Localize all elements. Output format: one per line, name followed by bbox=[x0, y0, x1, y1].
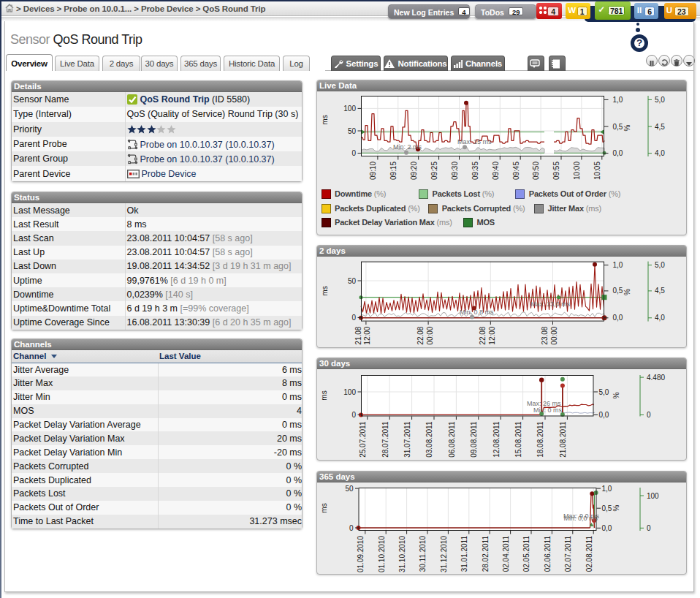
svg-text:0,0: 0,0 bbox=[602, 524, 612, 532]
svg-text:0,5: 0,5 bbox=[602, 504, 612, 512]
svg-text:%: % bbox=[623, 289, 631, 295]
svg-text:ms: ms bbox=[320, 390, 328, 400]
svg-text:21.08.2011: 21.08.2011 bbox=[559, 421, 567, 458]
svg-text:100: 100 bbox=[343, 105, 356, 113]
svg-text:09:50: 09:50 bbox=[532, 162, 540, 180]
svg-text:12:00: 12:00 bbox=[363, 326, 371, 344]
svg-text:ms: ms bbox=[320, 503, 328, 512]
svg-text:10:00: 10:00 bbox=[573, 162, 581, 180]
svg-text:Max: 13,0 ms: Max: 13,0 ms bbox=[530, 300, 571, 308]
svg-text:12.08.2011: 12.08.2011 bbox=[492, 421, 501, 458]
svg-text:09:40: 09:40 bbox=[492, 162, 500, 180]
svg-text:02.05.2011: 02.05.2011 bbox=[522, 536, 530, 572]
svg-text:01.10.2010: 01.10.2010 bbox=[378, 536, 386, 572]
svg-text:50: 50 bbox=[348, 277, 357, 285]
svg-text:09:20: 09:20 bbox=[410, 162, 418, 180]
svg-text:ms: ms bbox=[321, 115, 329, 124]
svg-text:31.07.2011: 31.07.2011 bbox=[403, 421, 411, 458]
svg-text:4,5: 4,5 bbox=[655, 287, 665, 295]
svg-text:5,0: 5,0 bbox=[655, 96, 665, 104]
svg-text:02.07.2011: 02.07.2011 bbox=[564, 536, 572, 572]
svg-text:06.08.2011: 06.08.2011 bbox=[448, 421, 456, 458]
svg-text:0: 0 bbox=[351, 411, 356, 419]
svg-text:21.08: 21.08 bbox=[354, 326, 362, 344]
svg-text:Min: 0 ms: Min: 0 ms bbox=[533, 406, 563, 414]
svg-text:%: % bbox=[623, 124, 631, 131]
svg-text:100: 100 bbox=[343, 388, 356, 396]
svg-text:5,0: 5,0 bbox=[655, 261, 665, 269]
svg-text:1,0: 1,0 bbox=[613, 261, 623, 269]
svg-text:09:15: 09:15 bbox=[389, 162, 397, 180]
svg-text:28.07.2011: 28.07.2011 bbox=[381, 421, 389, 458]
svg-text:0,0: 0,0 bbox=[613, 314, 623, 322]
svg-text:0: 0 bbox=[647, 411, 651, 419]
svg-text:28.02.2011: 28.02.2011 bbox=[482, 536, 490, 572]
svg-text:02.06.2011: 02.06.2011 bbox=[544, 536, 552, 572]
svg-text:00:00: 00:00 bbox=[550, 326, 558, 344]
svg-text:22.08: 22.08 bbox=[479, 326, 487, 344]
svg-text:31.12.2010: 31.12.2010 bbox=[440, 536, 448, 572]
svg-text:100: 100 bbox=[647, 492, 659, 500]
svg-text:03.08.2011: 03.08.2011 bbox=[425, 421, 433, 458]
svg-text:Min: 2 ms: Min: 2 ms bbox=[393, 143, 422, 151]
svg-text:0,0: 0,0 bbox=[599, 411, 609, 419]
svg-text:0: 0 bbox=[351, 314, 356, 322]
svg-text:02.08.2011: 02.08.2011 bbox=[585, 536, 593, 572]
svg-text:%: % bbox=[612, 392, 620, 398]
svg-text:09:55: 09:55 bbox=[552, 162, 560, 180]
svg-text:18.08.2011: 18.08.2011 bbox=[536, 421, 544, 458]
svg-text:00:00: 00:00 bbox=[426, 326, 434, 344]
svg-text:Min: 0,8 ms: Min: 0,8 ms bbox=[460, 309, 494, 316]
svg-text:0,0: 0,0 bbox=[613, 149, 623, 157]
svg-text:4,0: 4,0 bbox=[655, 314, 665, 322]
svg-text:Max: 15 ms: Max: 15 ms bbox=[457, 138, 492, 145]
svg-text:0,5: 0,5 bbox=[613, 123, 623, 131]
svg-text:09:30: 09:30 bbox=[451, 162, 459, 180]
svg-text:09:35: 09:35 bbox=[471, 162, 479, 180]
svg-text:%: % bbox=[612, 504, 620, 511]
svg-text:25.07.2011: 25.07.2011 bbox=[359, 421, 367, 458]
svg-text:50: 50 bbox=[345, 485, 354, 493]
svg-text:50: 50 bbox=[348, 127, 357, 135]
svg-text:09.08.2011: 09.08.2011 bbox=[470, 421, 478, 458]
svg-text:09:45: 09:45 bbox=[512, 162, 520, 180]
svg-text:02.04.2011: 02.04.2011 bbox=[502, 536, 510, 572]
svg-text:0: 0 bbox=[647, 524, 651, 532]
svg-text:ms: ms bbox=[321, 286, 329, 295]
svg-text:10:05: 10:05 bbox=[593, 162, 601, 180]
svg-text:0: 0 bbox=[349, 524, 354, 532]
svg-text:23.08: 23.08 bbox=[541, 326, 549, 344]
svg-text:09:10: 09:10 bbox=[369, 162, 377, 180]
svg-text:0: 0 bbox=[351, 149, 356, 157]
svg-text:0,5: 0,5 bbox=[613, 287, 623, 295]
svg-text:4.480: 4.480 bbox=[647, 374, 665, 382]
svg-text:1,0: 1,0 bbox=[613, 96, 623, 104]
svg-text:4,0: 4,0 bbox=[655, 149, 665, 157]
svg-text:01.09.2010: 01.09.2010 bbox=[357, 536, 365, 572]
svg-text:31.10.2010: 31.10.2010 bbox=[398, 536, 406, 572]
svg-text:12:00: 12:00 bbox=[488, 326, 496, 344]
svg-text:09:25: 09:25 bbox=[430, 162, 438, 180]
svg-text:22.08: 22.08 bbox=[416, 326, 425, 344]
svg-text:4,5: 4,5 bbox=[655, 123, 665, 131]
svg-text:5,0: 5,0 bbox=[599, 388, 609, 396]
svg-text:15.08.2011: 15.08.2011 bbox=[514, 421, 522, 458]
svg-text:31.01.2011: 31.01.2011 bbox=[460, 536, 468, 572]
svg-text:30.11.2010: 30.11.2010 bbox=[419, 536, 427, 572]
svg-text:Min: 0,0 ms: Min: 0,0 ms bbox=[564, 515, 598, 522]
svg-text:1,0: 1,0 bbox=[602, 485, 612, 493]
